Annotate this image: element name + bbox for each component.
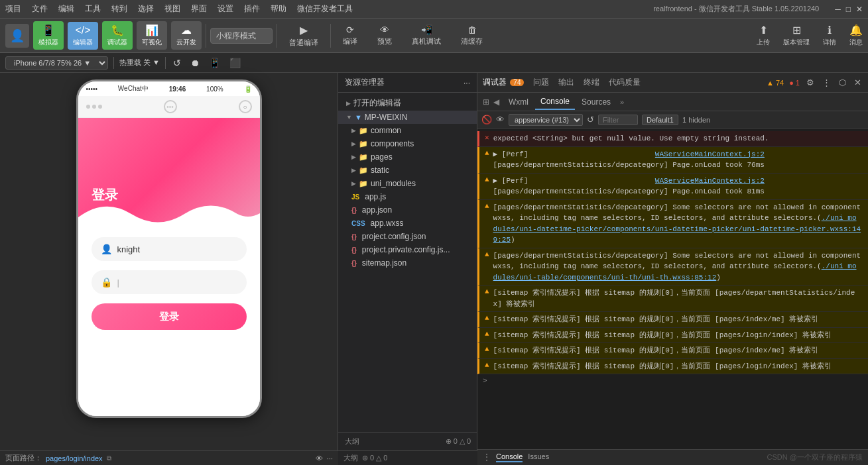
menu-item-wechat-dev[interactable]: 微信开发者工具 <box>297 3 353 15</box>
subtab-console[interactable]: Console <box>535 94 575 110</box>
menu-item-plugins[interactable]: 插件 <box>244 3 260 15</box>
menu-bar: 项目 文件 编辑 工具 转到 选择 视图 界面 设置 插件 帮助 微信开发者工具… <box>0 0 868 19</box>
phone-icon[interactable]: 📱 <box>209 58 220 68</box>
menu-item-settings[interactable]: 设置 <box>217 3 233 15</box>
menu-item-edit[interactable]: 编辑 <box>58 3 74 15</box>
eye-icon[interactable]: 👁 <box>496 115 505 125</box>
more-icon[interactable]: ⋮ <box>821 76 832 89</box>
message-icon: 🔔 <box>849 24 863 36</box>
perf-link-1[interactable]: WAServiceMainContext.js:2 <box>655 149 765 160</box>
link-4[interactable]: ./uni mo dules/uni-table/components/uni-… <box>493 262 857 282</box>
file-appjs[interactable]: JS app.js <box>338 190 477 203</box>
folder-components[interactable]: ▶ 📁 components <box>338 137 477 150</box>
undock-icon[interactable]: ⊞ <box>483 97 489 107</box>
upload-btn[interactable]: ⬆ 上传 <box>757 24 770 47</box>
mode-select-input[interactable]: 小程序模式 <box>210 28 273 44</box>
menu-item-view[interactable]: 视图 <box>164 3 180 15</box>
file-appjson[interactable]: {} app.json <box>338 203 477 217</box>
real-debug-btn[interactable]: 📲 真机调试 <box>404 22 449 49</box>
console-entry-8: ▲ [sitemap 索引情况提示] 根据 sitemap 的规则[0]，当前页… <box>477 343 868 359</box>
subtab-more[interactable]: » <box>617 95 627 109</box>
screenshot-icon[interactable]: ⬛ <box>229 58 241 68</box>
phone-nav-record[interactable]: ○ <box>239 100 252 113</box>
clear-cache-btn[interactable]: 🗑 清缓存 <box>453 22 491 49</box>
console-text-3: [pages/departmentStatistics/depcategory]… <box>493 202 863 246</box>
perf-arrow-2[interactable]: ▶ <box>493 177 498 185</box>
phone-nav-circle[interactable]: ••• <box>164 100 177 113</box>
cloud-btn[interactable]: ☁ 云开发 <box>171 21 202 50</box>
menu-item-project[interactable]: 项目 <box>5 3 21 15</box>
default-btn[interactable]: Default1 <box>642 115 678 125</box>
warn-icon-5: ▲ <box>485 287 489 295</box>
username-input[interactable] <box>117 244 237 254</box>
folder-uni-modules[interactable]: ▶ 📁 uni_modules <box>338 177 477 190</box>
tab-debugger[interactable]: 调试器 74 <box>483 77 524 88</box>
record-icon[interactable]: ⏺ <box>190 58 200 68</box>
file-project-private[interactable]: {} project.private.config.js... <box>338 243 477 256</box>
console-text-1: ▶ [Perf] WAServiceMainContext.js:2 [page… <box>493 149 765 171</box>
perf-link-2[interactable]: WAServiceMainContext.js:2 <box>655 176 765 187</box>
back-icon[interactable]: ◀ <box>493 97 499 107</box>
folder-pages[interactable]: ▶ 📁 pages <box>338 150 477 164</box>
bottom-tab-console[interactable]: Console <box>496 452 523 462</box>
simulator-btn[interactable]: 📱 模拟器 <box>33 21 64 50</box>
rotate-icon[interactable]: ↺ <box>173 58 181 68</box>
resource-manager-more[interactable]: ··· <box>464 78 470 87</box>
menu-item-tools[interactable]: 工具 <box>85 3 101 15</box>
file-appwxss[interactable]: CSS app.wxss <box>338 217 477 230</box>
filter-input[interactable] <box>598 115 638 125</box>
version-btn[interactable]: ⊞ 版本管理 <box>783 24 810 47</box>
expand-icon[interactable]: ⬡ <box>837 76 847 89</box>
refresh-icon[interactable]: ↺ <box>587 115 594 125</box>
hotreload-toggle[interactable]: 热重载 关 ▼ <box>119 58 160 68</box>
preview-btn[interactable]: 👁 预览 <box>369 22 400 49</box>
copy-path-icon[interactable]: ⧉ <box>107 454 111 462</box>
console-output[interactable]: ✕ expected <String> but get null value. … <box>477 129 868 449</box>
json-icon-3: {} <box>351 246 357 254</box>
editor-btn[interactable]: </> 编辑器 <box>68 22 98 50</box>
close-btn[interactable]: ✕ <box>856 5 863 14</box>
debugger-btn[interactable]: 🐛 调试器 <box>102 21 133 50</box>
tab-code-quality[interactable]: 代码质量 <box>609 77 641 88</box>
project-root[interactable]: ▼ ▼ MP-WEIXIN <box>338 111 477 124</box>
page-bottom-eye-icon[interactable]: 👁 <box>316 454 323 462</box>
menu-item-goto[interactable]: 转到 <box>111 3 127 15</box>
subtab-wxml[interactable]: Wxml <box>503 95 534 109</box>
menu-item-file[interactable]: 文件 <box>32 3 48 15</box>
folder-static[interactable]: ▶ 📁 static <box>338 164 477 177</box>
console-bottom-tabs: ⋮ Console Issues CSDN @一个双子座的程序猿 <box>477 449 868 465</box>
more-icon-bottom[interactable]: ⋮ <box>483 452 491 462</box>
devtools-close-icon[interactable]: ✕ <box>853 76 863 89</box>
context-select[interactable]: appservice (#13) <box>509 114 583 126</box>
file-sitemap[interactable]: {} sitemap.json <box>338 256 477 270</box>
tab-output[interactable]: 输出 <box>558 77 574 88</box>
message-btn[interactable]: 🔔 消息 <box>849 24 863 47</box>
folder-common[interactable]: ▶ 📁 common <box>338 124 477 137</box>
console-text-8: [sitemap 索引情况提示] 根据 sitemap 的规则[0]，当前页面 … <box>493 345 819 356</box>
open-editors-section[interactable]: ▶ 打开的编辑器 <box>338 95 477 111</box>
perf-arrow-1[interactable]: ▶ <box>493 150 498 158</box>
translate-btn[interactable]: ⟳ 编译 <box>335 22 365 49</box>
minimize-btn[interactable]: ─ <box>835 5 841 14</box>
tab-issues[interactable]: 问题 <box>533 77 549 88</box>
visualize-icon: 📊 <box>145 24 158 36</box>
page-bottom-more-icon[interactable]: ··· <box>327 454 333 462</box>
tab-terminal[interactable]: 终端 <box>584 77 599 88</box>
maximize-btn[interactable]: □ <box>846 5 851 14</box>
bottom-tab-issues[interactable]: Issues <box>528 452 549 462</box>
settings-icon[interactable]: ⚙ <box>805 76 816 89</box>
visualize-btn[interactable]: 📊 可视化 <box>137 21 167 50</box>
compile-btn[interactable]: ▶ 普通编译 <box>281 21 326 50</box>
password-input[interactable] <box>117 278 237 287</box>
mode-selector[interactable]: 小程序模式 <box>210 28 273 44</box>
menu-item-interface[interactable]: 界面 <box>191 3 207 15</box>
device-selector[interactable]: iPhone 6/7/8 75% 26 ▼ <box>5 56 108 70</box>
subtab-sources[interactable]: Sources <box>576 95 616 109</box>
menu-item-select[interactable]: 选择 <box>138 3 154 15</box>
login-button[interactable]: 登录 <box>92 303 247 330</box>
file-project-config[interactable]: {} project.config.json <box>338 230 477 243</box>
detail-btn[interactable]: ℹ 详情 <box>823 24 836 47</box>
menu-item-help[interactable]: 帮助 <box>271 3 286 15</box>
clear-console-icon[interactable]: 🚫 <box>481 115 492 125</box>
link-3[interactable]: ./uni mo dules/uni-datetime-picker/compo… <box>493 214 861 244</box>
